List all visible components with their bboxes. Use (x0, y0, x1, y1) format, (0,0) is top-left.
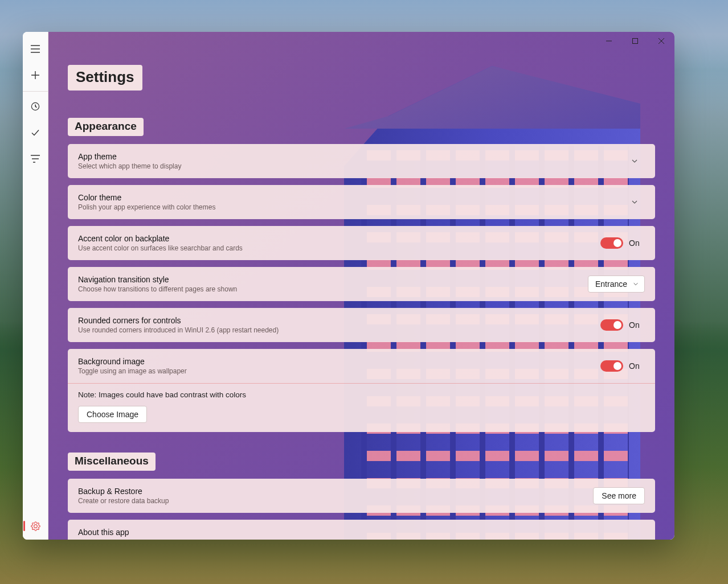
nav-rail (23, 32, 48, 540)
plus-icon (31, 71, 40, 80)
background-image-note: Note: Images could have bad contrast wit… (78, 390, 645, 399)
recent-button[interactable] (24, 95, 47, 118)
rounded-corners-state: On (629, 320, 645, 330)
settings-nav-button[interactable] (24, 516, 46, 536)
color-theme-card[interactable]: Color theme Polish your app experience w… (68, 185, 655, 219)
about-app-card[interactable]: About this app (68, 520, 655, 540)
maximize-button[interactable] (622, 32, 648, 50)
new-button[interactable] (24, 64, 47, 87)
lines-icon (31, 155, 40, 163)
filter-button[interactable] (24, 147, 47, 170)
hamburger-icon (31, 45, 40, 53)
backup-restore-label: Backup & Restore (78, 487, 593, 496)
clock-icon (31, 102, 40, 111)
accent-color-sub: Use accent color on surfaces like search… (78, 244, 600, 252)
rounded-corners-toggle[interactable] (600, 319, 623, 331)
chevron-down-icon (633, 281, 639, 287)
check-icon (31, 128, 40, 137)
color-theme-label: Color theme (78, 193, 631, 202)
content-area: Settings Appearance App theme Select whi… (48, 32, 674, 540)
about-app-label: About this app (78, 528, 645, 537)
background-image-state: On (629, 361, 645, 371)
app-theme-sub: Select which app theme to display (78, 162, 631, 170)
nav-transition-sub: Choose how transitions to different page… (78, 285, 588, 293)
minimize-icon (606, 38, 612, 44)
nav-transition-dropdown[interactable]: Entrance (588, 275, 645, 293)
window-titlebar (596, 32, 674, 50)
background-image-toggle[interactable] (600, 360, 623, 372)
svg-rect-1 (633, 39, 638, 44)
page-title: Settings (68, 65, 142, 91)
backup-restore-card: Backup & Restore Create or restore data … (68, 479, 655, 513)
chevron-down-icon (631, 199, 645, 205)
chevron-down-icon (631, 158, 645, 164)
backup-restore-sub: Create or restore data backup (78, 497, 593, 505)
accent-color-toggle[interactable] (600, 237, 623, 249)
app-theme-label: App theme (78, 152, 631, 161)
minimize-button[interactable] (596, 32, 622, 50)
nav-transition-value: Entrance (595, 279, 627, 289)
rounded-corners-label: Rounded corners for controls (78, 316, 600, 325)
hamburger-button[interactable] (24, 38, 47, 60)
rounded-corners-sub: Use rounded corners introduced in WinUI … (78, 326, 600, 334)
section-appearance-title: Appearance (68, 118, 144, 136)
accent-color-state: On (629, 238, 645, 248)
maximize-icon (632, 38, 638, 44)
background-image-card: Background image Toggle using an image a… (68, 349, 655, 432)
accent-color-card: Accent color on backplate Use accent col… (68, 226, 655, 260)
close-button[interactable] (648, 32, 674, 50)
gear-icon (31, 521, 40, 531)
rounded-corners-card: Rounded corners for controls Use rounded… (68, 308, 655, 342)
app-window: Settings Appearance App theme Select whi… (23, 32, 674, 540)
close-icon (659, 38, 664, 44)
section-misc-title: Miscellaneous (68, 453, 156, 471)
choose-image-button[interactable]: Choose Image (78, 406, 147, 423)
accent-color-label: Accent color on backplate (78, 234, 600, 243)
background-image-sub: Toggle using an image as wallpaper (78, 367, 600, 375)
see-more-button[interactable]: See more (593, 487, 645, 504)
color-theme-sub: Polish your app experience with color th… (78, 203, 631, 211)
background-image-label: Background image (78, 357, 600, 366)
done-button[interactable] (24, 121, 47, 144)
app-theme-card[interactable]: App theme Select which app theme to disp… (68, 144, 655, 178)
nav-divider (23, 91, 48, 92)
nav-transition-label: Navigation transition style (78, 275, 588, 284)
nav-transition-card: Navigation transition style Choose how t… (68, 267, 655, 301)
